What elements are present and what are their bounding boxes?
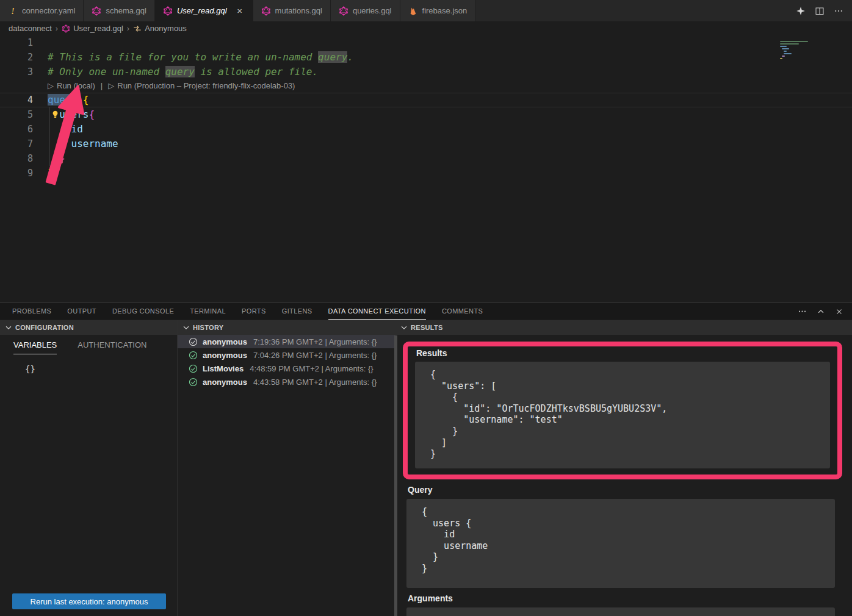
code-line-3: 3# Only one un-named query is allowed pe… [0,65,852,79]
svg-text:!: ! [11,7,14,16]
breadcrumb-item-dataconnect[interactable]: dataconnect [9,24,52,33]
code-token: } [59,152,65,164]
panel-tab-ports[interactable]: PORTS [242,303,266,320]
history-item[interactable]: anonymous4:43:58 PM GMT+2 | Arguments: {… [178,375,395,389]
panel-tab-output[interactable]: OUTPUT [67,303,96,320]
code-token: query [48,94,77,106]
minimap-line [784,51,787,52]
code-token: # This is a file for you to write an un-… [48,51,318,63]
panel-tab-problems[interactable]: PROBLEMS [12,303,51,320]
results-json: { "users": [ { "id": "OrTucFODZHTksvBSBU… [430,369,830,460]
code-token [48,138,71,149]
panel-actions [798,303,852,320]
tab-label: schema.gql [106,6,146,15]
line-number: 4 [0,93,38,107]
annotation-highlight-box: Results { "users": [ { "id": "OrTucFODZH… [403,342,842,479]
code-token: id [71,123,83,135]
code-line-content: username [48,137,118,151]
configuration-section: CONFIGURATION VARIABLESAUTHENTICATION {}… [0,320,177,616]
tab-User_read.gql[interactable]: User_read.gql× [155,0,253,21]
code-token: query [165,66,195,77]
history-section: HISTORY anonymous7:19:36 PM GMT+2 | Argu… [177,320,395,616]
code-line-7: 7 username [0,137,852,151]
results-section: RESULTS Results { "users": [ { "id": "Or… [395,320,852,616]
panel-body: CONFIGURATION VARIABLESAUTHENTICATION {}… [0,320,852,616]
split-editor-icon[interactable] [815,6,825,16]
close-icon[interactable]: × [235,5,245,16]
tab-label: connector.yaml [22,6,75,15]
arguments-label: Arguments [408,593,852,603]
configuration-tabs: VARIABLESAUTHENTICATION [0,335,177,354]
editor-tab-bar: !connector.yamlschema.gqlUser_read.gql×m… [0,0,852,21]
run-local-link[interactable]: Run (local) [57,79,95,93]
graphql-icon [163,6,173,16]
history-item[interactable]: anonymous7:19:36 PM GMT+2 | Arguments: {… [178,335,395,348]
results-json-box: { "users": [ { "id": "OrTucFODZHTksvBSBU… [415,362,830,468]
results-header[interactable]: RESULTS [395,320,852,335]
code-line-content: } [48,151,65,166]
rerun-button[interactable]: Rerun last execution: anonymous [12,593,166,609]
config-tab-variables[interactable]: VARIABLES [13,340,57,354]
panel-tabs: PROBLEMSOUTPUTDEBUG CONSOLETERMINALPORTS… [12,303,483,320]
code-token [48,123,71,135]
history-item[interactable]: ListMovies4:48:59 PM GMT+2 | Arguments: … [178,362,395,375]
results-header-label: RESULTS [411,324,443,331]
panel-tab-data-connect-execution[interactable]: DATA CONNECT EXECUTION [328,303,426,320]
codelens-row: ▷Run (local)|▷Run (Production – Project:… [0,79,852,93]
query-label: Query [408,485,852,495]
panel-tab-terminal[interactable]: TERMINAL [190,303,226,320]
code-line-content: query { [48,93,88,107]
code-line-1: 1 [0,35,852,50]
tab-firebase.json[interactable]: firebase.json [400,0,476,21]
breadcrumb-item-User_read.gql[interactable]: User_read.gql [62,24,123,33]
tab-connector.yaml[interactable]: !connector.yaml [0,0,84,21]
more-actions-icon[interactable] [798,307,807,316]
tab-label: queries.gql [353,6,392,15]
code-token: username [71,138,118,149]
code-line-content: # Only one un-named query is allowed per… [48,65,318,79]
history-header-label: HISTORY [193,324,223,331]
editor[interactable]: 12# This is a file for you to write an u… [0,35,852,303]
code-token [77,94,83,106]
code-line-content: } [48,166,54,181]
line-number: 8 [0,151,38,166]
history-item-name: anonymous [203,351,247,360]
configuration-header[interactable]: CONFIGURATION [0,320,177,335]
line-number: 1 [0,35,38,50]
more-actions-icon[interactable] [834,6,843,16]
copilot-sparkle-icon[interactable] [796,6,806,16]
history-item-detail: 7:19:36 PM GMT+2 | Arguments: {} [253,337,377,346]
editor-actions [796,0,852,21]
history-header[interactable]: HISTORY [178,320,395,335]
tab-queries.gql[interactable]: queries.gql [331,0,400,21]
minimap-line [782,48,789,49]
graphql-icon [92,6,101,16]
panel-tab-comments[interactable]: COMMENTS [442,303,483,320]
code-token: . [347,51,353,63]
breadcrumb-separator: › [127,24,129,33]
run-production-link[interactable]: Run (Production – Project: friendly-flix… [117,79,295,93]
maximize-panel-icon[interactable] [817,307,825,316]
tab-mutations.gql[interactable]: mutations.gql [253,0,331,21]
play-icon: ▷ [108,79,114,93]
close-panel-icon[interactable] [835,307,843,316]
config-tab-authentication[interactable]: AUTHENTICATION [78,340,146,354]
code-line-6: 6 id [0,122,852,137]
graphql-icon [339,6,348,16]
breadcrumb-item-label: dataconnect [9,24,52,33]
history-item[interactable]: anonymous7:04:26 PM GMT+2 | Arguments: {… [178,348,395,362]
breadcrumb: dataconnect›User_read.gql›Anonymous [0,21,852,35]
minimap-line [780,43,799,45]
tab-label: User_read.gql [177,6,227,15]
code-token: query [318,51,347,63]
panel-tab-gitlens[interactable]: GITLENS [282,303,312,320]
breadcrumb-item-Anonymous[interactable]: Anonymous [133,24,187,33]
code-token: is allowed per file. [195,66,318,77]
graphql-icon [62,24,70,33]
panel-tab-debug-console[interactable]: DEBUG CONSOLE [112,303,174,320]
warning-icon: ! [8,6,18,16]
tab-schema.gql[interactable]: schema.gql [84,0,154,21]
chevron-down-icon [400,323,408,332]
lightbulb-icon[interactable] [51,110,60,119]
panel-tab-bar: PROBLEMSOUTPUTDEBUG CONSOLETERMINALPORTS… [0,303,852,320]
